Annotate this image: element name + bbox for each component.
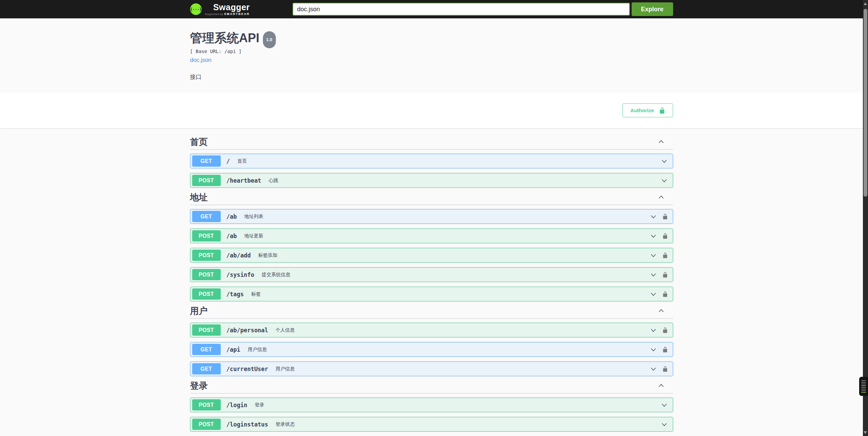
scroll-up-arrow-icon[interactable] [864, 2, 867, 5]
version-badge: 1.0 [263, 31, 276, 48]
lock-icon[interactable] [662, 213, 668, 220]
operation-summary: 登录状态 [276, 421, 295, 427]
chevron-down-icon[interactable] [650, 232, 657, 240]
api-description: 接口 [190, 73, 673, 81]
operation-path: /api [227, 346, 240, 353]
method-badge: POST [192, 324, 221, 336]
chevron-up-icon[interactable] [657, 382, 665, 389]
method-badge: GET [192, 344, 221, 355]
chevron-down-icon[interactable] [661, 421, 668, 428]
chevron-down-icon[interactable] [650, 346, 657, 353]
spec-url-form: Explore [293, 2, 673, 16]
tag-section-user: 用户 POST /ab/personal 个人信息 GET /api 用户信息 [190, 306, 673, 376]
operation-row[interactable]: POST /loginstatus 登录状态 [190, 417, 673, 432]
method-badge: GET [192, 363, 221, 374]
scroll-marker [861, 380, 866, 381]
scroll-down-arrow-icon[interactable] [864, 431, 867, 434]
operation-summary: 用户信息 [276, 366, 295, 372]
lock-icon[interactable] [662, 252, 668, 258]
tag-section-header[interactable]: 地址 [190, 192, 673, 205]
operation-path: /currentUser [227, 366, 268, 372]
operation-row[interactable]: POST /ab 地址更新 [190, 229, 673, 243]
operation-path: /tags [227, 291, 244, 298]
chevron-down-icon[interactable] [661, 177, 668, 184]
scrollbar-thumb[interactable] [864, 9, 867, 197]
operation-summary: 提交系统信息 [262, 272, 290, 278]
scroll-marker-green [861, 392, 866, 393]
chevron-down-icon[interactable] [650, 326, 657, 334]
method-badge: POST [192, 399, 221, 410]
operation-row[interactable]: GET /ab 地址列表 [190, 209, 673, 224]
supported-by-label: Supported by [205, 13, 223, 16]
swagger-logo[interactable]: {···} Swagger Supported by SMARTBEAR [190, 3, 250, 16]
method-badge: POST [192, 230, 221, 241]
tag-section-header[interactable]: 首页 [190, 137, 673, 150]
api-title-text: 管理系统API [190, 31, 260, 45]
lock-icon[interactable] [662, 271, 668, 278]
scroll-marker [861, 384, 866, 384]
operation-path: /ab/personal [227, 327, 268, 334]
brand-name: Swagger [213, 3, 250, 12]
method-badge: POST [192, 250, 221, 261]
scheme-container: Authorize [0, 93, 863, 128]
chevron-down-icon[interactable] [650, 213, 657, 220]
operation-path: /ab [227, 233, 237, 239]
chevron-up-icon[interactable] [657, 194, 665, 201]
operation-row[interactable]: POST /sysinfo 提交系统信息 [190, 267, 673, 282]
chevron-down-icon[interactable] [650, 252, 657, 259]
sponsor-label: SMARTBEAR [224, 12, 250, 16]
chevron-down-icon[interactable] [650, 365, 657, 373]
scroll-marker-widget[interactable] [859, 377, 868, 396]
chevron-down-icon[interactable] [661, 401, 668, 409]
operation-path: /ab [227, 213, 237, 220]
operation-summary: 地址更新 [244, 233, 263, 239]
method-badge: POST [192, 288, 221, 300]
lock-icon[interactable] [662, 327, 668, 333]
operation-row[interactable]: GET / 首页 [190, 154, 673, 168]
operation-summary: 标签添加 [258, 252, 277, 258]
chevron-down-icon[interactable] [650, 290, 657, 298]
operations-list: 首页 GET / 首页 POST /heartbeat 心跳 [190, 128, 673, 436]
lock-icon[interactable] [662, 233, 668, 239]
chevron-down-icon[interactable] [661, 157, 668, 165]
operation-row[interactable]: POST /heartbeat 心跳 [190, 173, 673, 188]
method-badge: GET [192, 211, 221, 222]
operation-path: /heartbeat [227, 177, 261, 184]
scroll-marker-orange [861, 385, 866, 386]
operation-summary: 首页 [237, 158, 247, 164]
method-badge: POST [192, 175, 221, 186]
chevron-down-icon[interactable] [650, 271, 657, 279]
chevron-up-icon[interactable] [657, 307, 665, 315]
chevron-up-icon[interactable] [657, 138, 665, 146]
operation-row[interactable]: GET /currentUser 用户信息 [190, 362, 673, 376]
tag-section-title: 登录 [190, 381, 208, 390]
operation-summary: 心跳 [269, 178, 278, 184]
method-badge: POST [192, 269, 221, 280]
operation-path: /ab/add [227, 252, 251, 259]
operation-summary: 个人信息 [276, 327, 295, 333]
lock-icon[interactable] [662, 291, 668, 297]
operation-row[interactable]: POST /ab/personal 个人信息 [190, 323, 673, 337]
operation-path: / [227, 158, 230, 165]
operation-row[interactable]: GET /api 用户信息 [190, 342, 673, 357]
lock-icon[interactable] [662, 366, 668, 372]
brand-sponsor: Supported by SMARTBEAR [205, 12, 250, 16]
operation-row[interactable]: POST /ab/add 标签添加 [190, 248, 673, 263]
tag-section-header[interactable]: 登录 [190, 381, 673, 393]
tag-section-header[interactable]: 用户 [190, 306, 673, 319]
method-badge: POST [192, 419, 221, 430]
operation-row[interactable]: POST /tags 标签 [190, 287, 673, 301]
spec-url-input[interactable] [293, 3, 630, 16]
explore-button[interactable]: Explore [632, 2, 673, 16]
operation-row[interactable]: POST /login 登录 [190, 398, 673, 412]
unlocked-padlock-icon [659, 107, 665, 114]
scroll-marker [861, 387, 866, 388]
base-url: [ Base URL: /api ] [190, 49, 673, 54]
scrollbar-track[interactable] [863, 0, 868, 436]
scroll-marker [861, 390, 866, 391]
tag-section-home: 首页 GET / 首页 POST /heartbeat 心跳 [190, 137, 673, 188]
lock-icon[interactable] [662, 346, 668, 353]
tag-section-title: 用户 [190, 306, 208, 316]
authorize-button[interactable]: Authorize [622, 103, 673, 117]
spec-link[interactable]: doc.json [190, 57, 212, 64]
